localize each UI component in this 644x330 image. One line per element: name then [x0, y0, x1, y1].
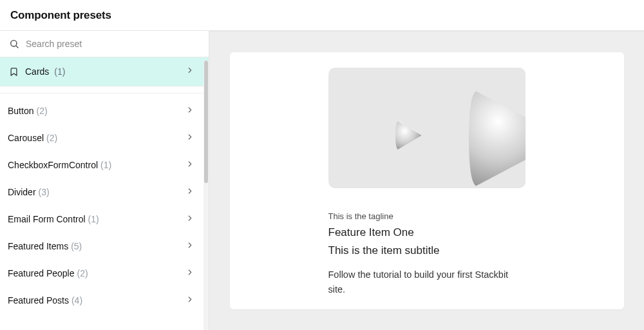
preview-text: This is the tagline Feature Item One Thi…	[328, 211, 526, 296]
sidebar-item-label: Divider	[8, 187, 36, 197]
preview-thumbnail	[328, 68, 526, 188]
sidebar-list: Button (2) Carousel (2) CheckboxFormCont…	[0, 93, 209, 314]
chevron-right-icon	[185, 106, 194, 117]
sidebar-item-label: Featured People	[8, 268, 75, 278]
sidebar-item-button[interactable]: Button (2)	[0, 97, 209, 124]
bookmark-icon	[9, 67, 19, 77]
sidebar-item-cards[interactable]: Cards (1)	[0, 57, 209, 86]
preview-description: Follow the tutorial to build your first …	[328, 267, 526, 296]
sidebar-item-label: Featured Posts	[8, 295, 69, 306]
main-area: Cards (1) Button (2) Carousel (2) Checkb…	[0, 31, 644, 330]
preview-title: Feature Item One	[328, 226, 526, 239]
chevron-right-icon	[185, 133, 194, 144]
search-row[interactable]	[0, 31, 209, 57]
svg-line-1	[16, 46, 18, 48]
play-icon	[455, 79, 526, 188]
chevron-right-icon	[185, 214, 194, 225]
sidebar-item-divider[interactable]: Divider (3)	[0, 179, 209, 206]
search-icon	[9, 39, 19, 49]
chevron-right-icon	[185, 160, 194, 171]
chevron-right-icon	[185, 66, 194, 77]
chevron-right-icon	[185, 295, 194, 306]
sidebar-item-label: Carousel	[8, 133, 44, 143]
chevron-right-icon	[185, 187, 194, 198]
sidebar-item-label: Featured Items	[8, 241, 68, 251]
sidebar-item-label: Cards (1)	[25, 66, 200, 77]
sidebar-item-label: Button	[8, 106, 33, 116]
sidebar-item-featured-posts[interactable]: Featured Posts (4)	[0, 287, 209, 314]
svg-point-0	[11, 41, 17, 46]
search-input[interactable]	[26, 39, 200, 49]
sidebar-item-email-form-control[interactable]: Email Form Control (1)	[0, 206, 209, 233]
sidebar-item-carousel[interactable]: Carousel (2)	[0, 124, 209, 151]
sidebar-item-featured-items[interactable]: Featured Items (5)	[0, 233, 209, 260]
sidebar: Cards (1) Button (2) Carousel (2) Checkb…	[0, 31, 209, 330]
sidebar-item-checkboxformcontrol[interactable]: CheckboxFormControl (1)	[0, 151, 209, 179]
sidebar-scrollbar[interactable]	[204, 61, 209, 330]
sidebar-item-label: CheckboxFormControl	[8, 160, 98, 170]
page-title: Component presets	[10, 9, 634, 22]
play-icon	[390, 117, 428, 154]
sidebar-item-featured-people[interactable]: Featured People (2)	[0, 260, 209, 287]
preview-panel: This is the tagline Feature Item One Thi…	[209, 31, 644, 330]
preset-preview-card: This is the tagline Feature Item One Thi…	[230, 52, 624, 309]
scrollbar-thumb[interactable]	[204, 61, 208, 183]
chevron-right-icon	[185, 268, 194, 279]
page-header: Component presets	[0, 0, 644, 31]
sidebar-item-label: Email Form Control	[8, 214, 86, 224]
preview-subtitle: This is the item subtitle	[328, 244, 526, 257]
chevron-right-icon	[185, 241, 194, 252]
preview-tagline: This is the tagline	[328, 211, 526, 221]
